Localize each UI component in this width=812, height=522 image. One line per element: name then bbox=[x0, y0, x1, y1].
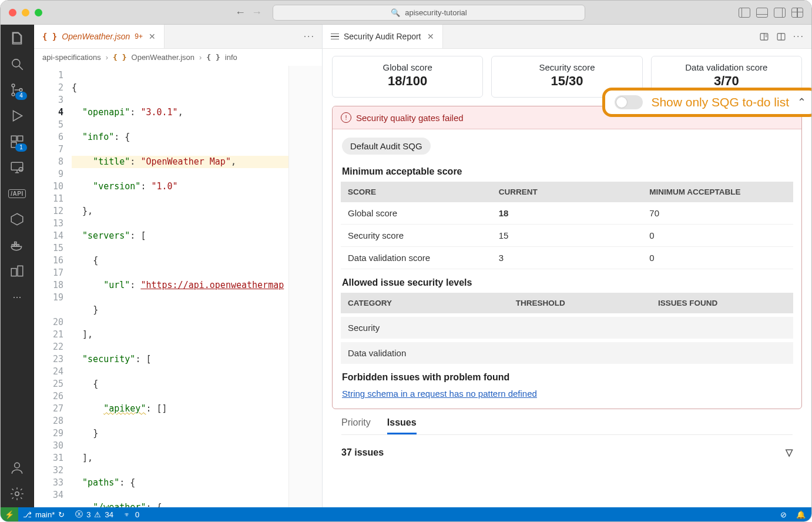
svg-rect-7 bbox=[11, 162, 23, 170]
tab-problems-count: 9+ bbox=[135, 32, 143, 41]
levels-table: CATEGORY THRESHOLD ISSUES FOUND Security… bbox=[341, 293, 793, 364]
notifications-icon[interactable]: 🔔 bbox=[796, 510, 806, 519]
alert-icon: ! bbox=[341, 112, 351, 123]
code-editor[interactable]: 1 2 3 4 5 6 7 8 9 10 11 12 13 14 15 16 1… bbox=[34, 66, 322, 507]
editor-more-icon[interactable]: ··· bbox=[304, 31, 315, 42]
breadcrumb-folder[interactable]: api-specifications bbox=[42, 53, 101, 62]
close-tab-icon[interactable]: ✕ bbox=[427, 32, 434, 41]
svg-point-3 bbox=[19, 89, 22, 92]
score-global: Global score 18/100 bbox=[332, 56, 483, 98]
command-center[interactable]: 🔍 apisecurity-tutorial bbox=[273, 5, 585, 21]
source-control-icon[interactable]: 4 bbox=[8, 81, 26, 99]
filter-icon[interactable]: ▽ bbox=[786, 447, 793, 458]
tab-security-audit[interactable]: Security Audit Report ✕ bbox=[323, 25, 443, 48]
remote-indicator[interactable]: ⚡ bbox=[1, 507, 18, 521]
sqg-toggle-highlight: Show only SQG to-do list ⌃ bbox=[602, 88, 811, 117]
sqg-chip[interactable]: Default Audit SQG bbox=[342, 138, 431, 155]
report-tabs: Security Audit Report ✕ ··· bbox=[323, 25, 811, 49]
sqg-toggle[interactable] bbox=[615, 95, 643, 109]
json-icon: { } bbox=[42, 32, 57, 41]
extensions-badge: 1 bbox=[15, 143, 27, 152]
nav-back-icon[interactable]: ← bbox=[235, 6, 246, 19]
tab-openweather[interactable]: { } OpenWeather.json 9+ ✕ bbox=[34, 25, 165, 48]
accounts-icon[interactable] bbox=[8, 459, 26, 477]
search-icon: 🔍 bbox=[391, 8, 400, 17]
settings-gear-icon[interactable] bbox=[8, 485, 26, 503]
svg-point-17 bbox=[15, 492, 19, 496]
breadcrumb[interactable]: api-specifications › { } OpenWeather.jso… bbox=[34, 49, 322, 66]
window-controls bbox=[9, 9, 42, 16]
chevron-up-icon[interactable]: ⌃ bbox=[797, 96, 806, 109]
explorer-icon[interactable] bbox=[8, 29, 26, 47]
forbidden-issue-link[interactable]: String schema in a request has no patter… bbox=[342, 389, 537, 399]
report-more-icon[interactable]: ··· bbox=[793, 31, 804, 42]
nav-forward-icon[interactable]: → bbox=[251, 6, 262, 19]
table-row: Security score 15 0 bbox=[341, 225, 793, 247]
42crunch-icon[interactable] bbox=[8, 210, 26, 228]
tab-priority[interactable]: Priority bbox=[341, 413, 371, 434]
zoom-window-icon[interactable] bbox=[35, 9, 42, 16]
search-icon[interactable] bbox=[8, 55, 26, 73]
code-content[interactable]: { "openapi": "3.0.1", "info": { "title":… bbox=[69, 66, 288, 507]
more-views-icon[interactable]: ··· bbox=[8, 288, 26, 306]
docker-icon[interactable] bbox=[8, 236, 26, 254]
title-bar: ← → 🔍 apisecurity-tutorial bbox=[1, 1, 811, 25]
tab-label: Security Audit Report bbox=[344, 32, 421, 41]
remote-explorer-icon[interactable] bbox=[8, 159, 26, 176]
object-icon: { } bbox=[206, 53, 220, 62]
table-row: Data validation score 3 0 bbox=[341, 247, 793, 269]
close-tab-icon[interactable]: ✕ bbox=[149, 32, 156, 41]
table-row: Data validation bbox=[341, 342, 793, 364]
svg-rect-15 bbox=[18, 266, 23, 276]
sqg-toggle-label: Show only SQG to-do list bbox=[651, 95, 789, 109]
api-icon[interactable]: /API bbox=[8, 185, 26, 202]
status-problems[interactable]: ⓧ3 ⚠34 bbox=[75, 509, 113, 520]
minimize-window-icon[interactable] bbox=[22, 9, 29, 16]
sqg-failed-label: Security quality gates failed bbox=[356, 113, 464, 123]
customize-layout-icon[interactable] bbox=[791, 8, 803, 18]
levels-heading: Allowed issue security levels bbox=[342, 277, 792, 288]
line-gutter: 1 2 3 4 5 6 7 8 9 10 11 12 13 14 15 16 1… bbox=[34, 66, 69, 507]
table-row: Global score 18 70 bbox=[341, 202, 793, 225]
workspace-name: apisecurity-tutorial bbox=[405, 8, 467, 17]
containers-icon[interactable] bbox=[8, 262, 26, 280]
svg-rect-5 bbox=[18, 136, 23, 141]
split-editor-icon[interactable] bbox=[776, 32, 786, 42]
svg-rect-4 bbox=[11, 136, 16, 141]
tab-issues[interactable]: Issues bbox=[387, 413, 417, 434]
svg-point-2 bbox=[12, 93, 15, 96]
svg-point-16 bbox=[15, 463, 20, 468]
sync-icon[interactable]: ↻ bbox=[58, 510, 65, 519]
breadcrumb-symbol[interactable]: info bbox=[225, 53, 237, 62]
svg-point-0 bbox=[12, 59, 20, 67]
svg-rect-14 bbox=[11, 269, 16, 276]
split-preview-icon[interactable] bbox=[759, 32, 769, 42]
status-bar: ⚡ ⎇ main* ↻ ⓧ3 ⚠34 ᯤ0 ⊘ 🔔 bbox=[1, 507, 811, 521]
svg-point-1 bbox=[12, 84, 15, 87]
toggle-panel-icon[interactable] bbox=[756, 8, 768, 18]
report-pane: Security Audit Report ✕ ··· Global score… bbox=[323, 25, 811, 507]
minimap[interactable] bbox=[288, 66, 322, 507]
table-row: Security bbox=[341, 317, 793, 339]
editor-pane: { } OpenWeather.json 9+ ✕ ··· api-specif… bbox=[34, 25, 323, 507]
tab-label: OpenWeather.json bbox=[62, 32, 130, 41]
report-icon bbox=[331, 34, 339, 40]
svg-rect-13 bbox=[15, 242, 16, 244]
extensions-icon[interactable]: 1 bbox=[8, 133, 26, 150]
min-score-table: SCORE CURRENT MINIMUM ACCEPTABLE Global … bbox=[341, 182, 793, 269]
toggle-primary-sidebar-icon[interactable] bbox=[739, 8, 750, 18]
report-body: Global score 18/100 Security score 15/30… bbox=[323, 49, 811, 507]
copilot-icon[interactable]: ⊘ bbox=[780, 510, 787, 519]
status-branch[interactable]: ⎇ main* ↻ bbox=[23, 510, 65, 519]
svg-point-8 bbox=[19, 168, 23, 172]
json-icon: { } bbox=[113, 53, 126, 62]
sqg-panel: ! Security quality gates failed Default … bbox=[332, 106, 802, 409]
breadcrumb-file[interactable]: OpenWeather.json bbox=[132, 53, 194, 62]
close-window-icon[interactable] bbox=[9, 9, 16, 16]
run-debug-icon[interactable] bbox=[8, 107, 26, 125]
forbidden-heading: Forbidden issues with problem found bbox=[342, 372, 792, 383]
status-ports[interactable]: ᯤ0 bbox=[124, 510, 139, 519]
issues-tabs: Priority Issues bbox=[341, 413, 793, 435]
toggle-secondary-sidebar-icon[interactable] bbox=[774, 8, 786, 18]
scm-badge: 4 bbox=[15, 92, 27, 100]
